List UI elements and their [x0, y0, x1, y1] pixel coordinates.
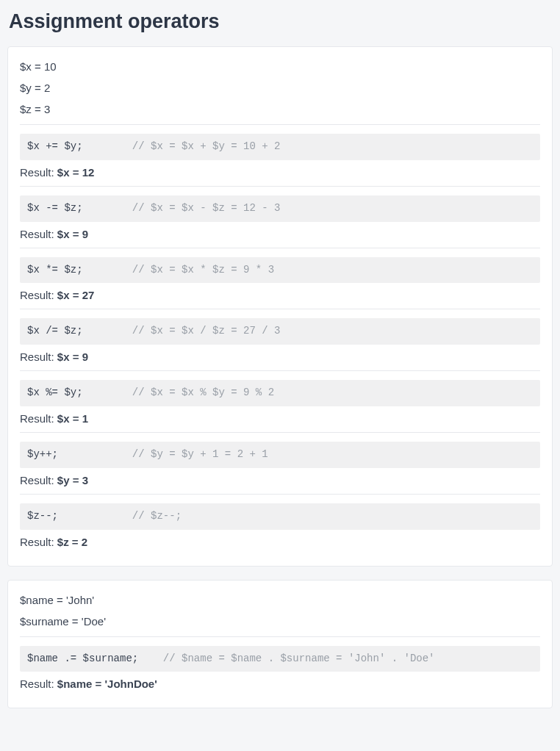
result-value: $x = 12: [57, 166, 94, 179]
code-block: $z--; // $z--;: [20, 503, 540, 530]
code-statement: $name .= $surname;: [27, 653, 138, 664]
code-statement: $x += $y;: [27, 140, 83, 152]
example-section: $z--; // $z--; Result: $z = 2: [20, 503, 540, 548]
result-value: $z = 2: [57, 536, 87, 548]
result-line: Result: $x = 9: [20, 228, 540, 240]
divider: [20, 432, 540, 433]
result-label: Result:: [20, 474, 57, 486]
var-line: $x = 10: [20, 60, 540, 73]
code-statement: $x %= $y;: [27, 387, 83, 398]
code-block: $x *= $z; // $x = $x * $z = 9 * 3: [20, 257, 540, 284]
code-block: $x -= $z; // $x = $x - $z = 12 - 3: [20, 195, 540, 222]
result-value: $x = 9: [57, 351, 88, 363]
example-section: $x %= $y; // $x = $x % $y = 9 % 2 Result…: [20, 380, 540, 425]
code-statement: $x -= $z;: [27, 202, 83, 214]
result-label: Result:: [20, 289, 57, 301]
result-label: Result:: [20, 536, 57, 548]
code-comment: // $name = $name . $surname = 'John' . '…: [163, 653, 435, 664]
variable-declarations: $name = 'John' $surname = 'Doe': [20, 594, 540, 628]
result-line: Result: $y = 3: [20, 474, 540, 486]
var-line: $y = 2: [20, 82, 540, 94]
code-statement: $x *= $z;: [27, 264, 83, 276]
result-label: Result:: [20, 678, 57, 690]
code-block: $x /= $z; // $x = $x / $z = 27 / 3: [20, 318, 540, 345]
code-block: $x += $y; // $x = $x + $y = 10 + 2: [20, 134, 540, 160]
result-line: Result: $x = 27: [20, 289, 540, 301]
code-comment: // $x = $x + $y = 10 + 2: [132, 140, 281, 152]
code-comment: // $x = $x % $y = 9 % 2: [132, 387, 274, 398]
result-label: Result:: [20, 412, 57, 425]
divider: [20, 370, 540, 371]
example-section: $x /= $z; // $x = $x / $z = 27 / 3 Resul…: [20, 318, 540, 363]
var-line: $name = 'John': [20, 594, 540, 606]
code-comment: // $x = $x * $z = 9 * 3: [132, 264, 274, 276]
code-comment: // $z--;: [132, 510, 182, 522]
card-numeric-operators: $x = 10 $y = 2 $z = 3 $x += $y; // $x = …: [7, 46, 553, 567]
variable-declarations: $x = 10 $y = 2 $z = 3: [20, 60, 540, 115]
code-statement: $z--;: [27, 510, 58, 522]
divider: [20, 494, 540, 495]
result-value: $x = 27: [57, 289, 94, 301]
result-line: Result: $x = 12: [20, 166, 540, 179]
result-line: Result: $z = 2: [20, 536, 540, 548]
example-section: $x += $y; // $x = $x + $y = 10 + 2 Resul…: [20, 134, 540, 179]
code-statement: $x /= $z;: [27, 325, 83, 337]
var-line: $surname = 'Doe': [20, 615, 540, 628]
code-comment: // $y = $y + 1 = 2 + 1: [132, 448, 268, 460]
page-title: Assignment operators: [9, 10, 553, 33]
result-value: $name = 'JohnDoe': [57, 678, 157, 690]
result-value: $x = 1: [57, 412, 88, 425]
result-line: Result: $x = 9: [20, 351, 540, 363]
code-comment: // $x = $x - $z = 12 - 3: [132, 202, 281, 214]
result-label: Result:: [20, 228, 57, 240]
result-label: Result:: [20, 166, 57, 179]
example-section: $y++; // $y = $y + 1 = 2 + 1 Result: $y …: [20, 442, 540, 486]
result-line: Result: $name = 'JohnDoe': [20, 678, 540, 690]
code-statement: $y++;: [27, 448, 58, 460]
result-line: Result: $x = 1: [20, 412, 540, 425]
divider: [20, 309, 540, 309]
result-value: $y = 3: [57, 474, 88, 486]
var-line: $z = 3: [20, 103, 540, 115]
code-block: $name .= $surname; // $name = $name . $s…: [20, 646, 540, 672]
page: Assignment operators $x = 10 $y = 2 $z =…: [0, 0, 560, 732]
divider: [20, 186, 540, 187]
example-section: $x -= $z; // $x = $x - $z = 12 - 3 Resul…: [20, 195, 540, 240]
code-block: $x %= $y; // $x = $x % $y = 9 % 2: [20, 380, 540, 406]
card-string-operators: $name = 'John' $surname = 'Doe' $name .=…: [7, 580, 553, 709]
example-section: $x *= $z; // $x = $x * $z = 9 * 3 Result…: [20, 257, 540, 302]
result-value: $x = 9: [57, 228, 88, 240]
example-section: $name .= $surname; // $name = $name . $s…: [20, 646, 540, 691]
code-block: $y++; // $y = $y + 1 = 2 + 1: [20, 442, 540, 468]
result-label: Result:: [20, 351, 57, 363]
code-comment: // $x = $x / $z = 27 / 3: [132, 325, 281, 337]
divider: [20, 248, 540, 248]
divider: [20, 124, 540, 125]
divider: [20, 636, 540, 637]
